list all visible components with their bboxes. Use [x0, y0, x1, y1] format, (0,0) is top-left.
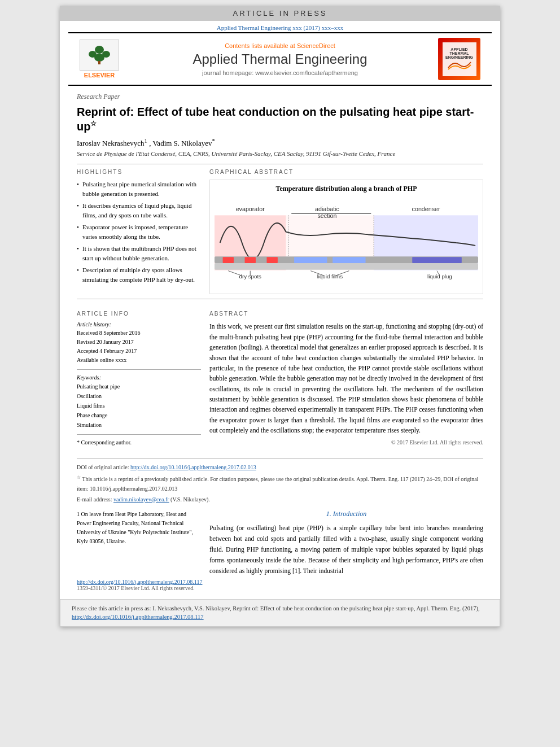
journal-ref: Applied Thermal Engineering xxx (2017) x… [60, 21, 500, 32]
keyword-2: Oscillation [77, 391, 201, 401]
author1-name: Iaroslav Nekrashevych [77, 139, 144, 147]
keyword-1: Pulsating heat pipe [77, 382, 201, 391]
svg-text:adiabatic: adiabatic [315, 206, 339, 212]
ate-logo-graphic [445, 59, 474, 71]
page: ARTICLE IN PRESS Applied Thermal Enginee… [60, 6, 500, 627]
divider-2 [77, 299, 483, 299]
journal-header: ELSEVIER Contents lists available at Sci… [68, 32, 492, 86]
article-info-column: ARTICLE INFO Article history: Received 8… [77, 311, 201, 445]
svg-rect-19 [266, 257, 277, 264]
graphical-abstract-title: Temperature distribution along a branch … [215, 185, 478, 193]
citation-text: Please cite this article in press as: I.… [72, 605, 480, 611]
keywords-label: Keywords: [77, 374, 201, 381]
footnote1-column: 1 On leave from Heat Pipe Laboratory, He… [77, 510, 201, 576]
doi-footer-link[interactable]: http://dx.doi.org/10.1016/j.applthermale… [77, 579, 202, 585]
accepted-date: Accepted 4 February 2017 [77, 347, 201, 356]
aip-text: ARTICLE IN PRESS [233, 9, 327, 18]
doi-original-line: DOI of original article: http://dx.doi.o… [77, 463, 483, 472]
doi-label: DOI of original article: [77, 464, 129, 470]
highlights-column: HIGHLIGHTS Pulsating heat pipe numerical… [77, 169, 201, 294]
title-star: ☆ [90, 120, 97, 128]
keyword-5: Simulation [77, 420, 201, 430]
graphical-abstract-box: Temperature distribution along a branch … [209, 180, 483, 294]
svg-rect-16 [215, 263, 478, 270]
sciencedirect-label: Contents lists available at ScienceDirec… [128, 42, 432, 49]
elsevier-logo-area: ELSEVIER [77, 40, 122, 78]
revised-date: Revised 20 January 2017 [77, 338, 201, 347]
svg-rect-4 [98, 61, 100, 64]
highlight-item: It is shown that the multibranch PHP doe… [77, 244, 201, 263]
info-abstract-section: ARTICLE INFO Article history: Received 8… [77, 304, 483, 445]
svg-rect-20 [294, 257, 327, 264]
bottom-section: 1 On leave from Heat Pipe Laboratory, He… [60, 510, 500, 576]
author1-sup: 1 [144, 137, 147, 144]
svg-rect-18 [245, 257, 256, 264]
keyword-3: Liquid films [77, 401, 201, 410]
main-content: Research Paper Reprint of: Effect of tub… [60, 86, 500, 452]
svg-text:condenser: condenser [412, 206, 440, 212]
svg-text:evaporator: evaporator [236, 206, 265, 212]
elsevier-wordmark: ELSEVIER [84, 72, 115, 78]
highlights-graphical-section: HIGHLIGHTS Pulsating heat pipe numerical… [77, 169, 483, 294]
abstract-heading: ABSTRACT [209, 311, 483, 317]
affiliation: Service de Physique de l'Etat Condensé, … [77, 150, 483, 157]
ate-logo-area: APPLIED THERMAL ENGINEERING [438, 38, 483, 80]
citation-bar: Please cite this article in press as: I.… [60, 599, 500, 627]
author2-name: , Vadim S. Nikolayev [149, 139, 212, 147]
doi-original-link[interactable]: http://dx.doi.org/10.1016/j.applthermale… [130, 464, 256, 470]
journal-title: Applied Thermal Engineering [128, 51, 432, 67]
abstract-text: In this work, we present our first simul… [209, 321, 483, 435]
graphical-abstract-column: GRAPHICAL ABSTRACT Temperature distribut… [209, 169, 483, 294]
article-type: Research Paper [77, 93, 483, 101]
article-info-heading: ARTICLE INFO [77, 311, 201, 317]
footnote-section: DOI of original article: http://dx.doi.o… [60, 463, 500, 504]
corresponding-note: * Corresponding author. [77, 439, 201, 445]
intro-text: Pulsating (or oscillating) heat pipe (PH… [209, 523, 483, 576]
email-link[interactable]: vadim.nikolayev@cea.fr [113, 496, 169, 503]
sciencedirect-name: ScienceDirect [297, 42, 335, 49]
elsevier-logo [80, 40, 119, 71]
divider-kw [77, 434, 201, 435]
svg-rect-17 [223, 257, 234, 264]
svg-point-0 [95, 46, 104, 54]
article-history: Article history: Received 8 September 20… [77, 321, 201, 365]
history-label: Article history: [77, 321, 201, 327]
highlight-item: Description of multiple dry spots allows… [77, 265, 201, 284]
journal-header-center: Contents lists available at ScienceDirec… [122, 42, 438, 76]
svg-text:liquid plug: liquid plug [427, 274, 452, 280]
available-date: Available online xxxx [77, 356, 201, 365]
email-label: E-mail address: [77, 496, 112, 503]
highlight-item: Pulsating heat pipe numerical simulation… [77, 180, 201, 198]
star-note-text: ☆ This article is a reprint of a previou… [77, 474, 483, 493]
article-title: Reprint of: Effect of tube heat conducti… [77, 104, 483, 134]
journal-ref-text: Applied Thermal Engineering xxx (2017) x… [217, 24, 343, 31]
authors: Iaroslav Nekrashevych1 , Vadim S. Nikola… [77, 137, 483, 148]
author2-marker: * [212, 137, 215, 144]
citation-link[interactable]: http://dx.doi.org/10.1016/j.applthermale… [72, 614, 204, 620]
highlight-text-4: Description of multiple dry spots allows… [82, 267, 195, 283]
email-line: E-mail address: vadim.nikolayev@cea.fr (… [77, 495, 483, 504]
bottom-divider [77, 458, 483, 458]
title-text: Reprint of: Effect of tube heat conducti… [77, 106, 474, 133]
footnote1-text: 1 On leave from Heat Pipe Laboratory, He… [77, 510, 201, 546]
temperature-diagram: evaporator adiabatic section condenser [215, 198, 478, 288]
intro-heading: 1. Introduction [209, 510, 483, 518]
divider-info [77, 369, 201, 370]
introduction-column: 1. Introduction Pulsating (or oscillatin… [209, 510, 483, 576]
highlight-text-2: Evaporator power is imposed, temperature… [82, 224, 188, 240]
journal-homepage: journal homepage: www.elsevier.com/locat… [128, 69, 432, 76]
abstract-column: ABSTRACT In this work, we present our fi… [209, 311, 483, 445]
svg-point-3 [94, 54, 104, 62]
doi-footer-rights: 1359-4311/© 2017 Elsevier Ltd. All right… [77, 585, 195, 591]
ate-logo: APPLIED THERMAL ENGINEERING [438, 38, 480, 80]
keyword-4: Phase change [77, 410, 201, 420]
elsevier-tree-icon [87, 45, 112, 65]
contents-label: Contents lists available at [225, 42, 295, 49]
doi-footer: http://dx.doi.org/10.1016/j.applthermale… [60, 576, 500, 593]
email-person: (V.S. Nikolayev). [170, 496, 210, 503]
highlight-text-1: It describes dynamics of liquid plugs, l… [82, 202, 191, 219]
highlights-list: Pulsating heat pipe numerical simulation… [77, 180, 201, 284]
highlight-text-0: Pulsating heat pipe numerical simulation… [82, 181, 196, 197]
divider-1 [77, 164, 483, 164]
ate-logo-text: APPLIED THERMAL ENGINEERING [443, 42, 476, 76]
